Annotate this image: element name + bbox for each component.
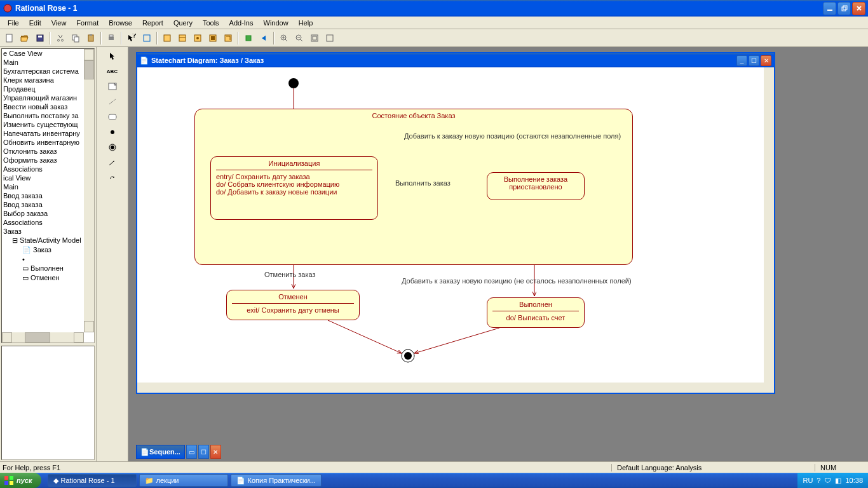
system-tray[interactable]: RU ? 🛡 ◧ 10:38 <box>797 473 868 488</box>
tree-item[interactable]: Изменить существующ <box>2 120 84 129</box>
tree-item[interactable]: • <box>2 255 84 264</box>
start-button[interactable]: пуск <box>0 473 41 488</box>
documentation-panel[interactable] <box>1 346 95 460</box>
menu-edit[interactable]: Edit <box>24 18 46 28</box>
tray-network-icon[interactable]: ◧ <box>835 477 841 485</box>
cut-icon[interactable] <box>53 31 67 45</box>
restore-button[interactable] <box>837 2 851 15</box>
minimize-button[interactable] <box>823 2 836 15</box>
diagram3-icon[interactable] <box>191 31 205 45</box>
minimized-window[interactable]: 📄 Sequen... ▭ ☐ ✕ <box>136 445 221 459</box>
diagram4-icon[interactable] <box>206 31 220 45</box>
copy-icon[interactable] <box>69 31 83 45</box>
child-titlebar[interactable]: 📄 Statechart Diagram: Заказ / Заказ _ ☐ … <box>137 53 774 67</box>
menu-format[interactable]: Format <box>71 18 104 28</box>
tree-vscrollbar[interactable] <box>84 49 94 332</box>
diagram-canvas[interactable]: Состояние объекта Заказ Инициализация en… <box>137 67 764 383</box>
menu-report[interactable]: Report <box>137 18 168 28</box>
tree-item[interactable]: ⊟ State/Activity Model <box>2 236 84 245</box>
scrollbar-thumb[interactable] <box>84 60 94 79</box>
nav-parent-icon[interactable] <box>241 31 255 45</box>
tray-lang[interactable]: RU <box>803 477 813 484</box>
taskbar-item[interactable]: 📁лекции <box>139 474 228 487</box>
menu-window[interactable]: Window <box>259 18 294 28</box>
menu-browse[interactable]: Browse <box>104 18 137 28</box>
child-maximize-button[interactable]: ☐ <box>749 55 759 66</box>
canvas-hscrollbar[interactable] <box>137 383 774 393</box>
zoom-in-icon[interactable] <box>277 31 291 45</box>
maximize-minimized-button[interactable]: ☐ <box>198 445 209 459</box>
tree-item[interactable]: Отклонить заказ <box>2 147 84 156</box>
menu-tools[interactable]: Tools <box>198 18 224 28</box>
paste-icon[interactable] <box>84 31 98 45</box>
tree-item[interactable]: Оформить заказ <box>2 156 84 165</box>
tree-item[interactable]: Associations <box>2 218 84 227</box>
save-icon[interactable] <box>33 31 47 45</box>
state-tool-icon[interactable] <box>105 111 120 123</box>
tree-content[interactable]: e Case View Main Бухгалтерская система К… <box>2 49 84 332</box>
close-minimized-button[interactable]: ✕ <box>210 445 221 459</box>
tree-hscrollbar[interactable] <box>2 332 84 342</box>
tree-item[interactable]: Клерк магазина <box>2 76 84 85</box>
transition-tool-icon[interactable] <box>105 156 120 169</box>
undo-fit-icon[interactable] <box>323 31 337 45</box>
scroll-right-button[interactable] <box>74 332 84 342</box>
nav-back-icon[interactable] <box>257 31 271 45</box>
scroll-track[interactable] <box>12 332 74 342</box>
note-tool-icon[interactable] <box>105 80 120 93</box>
tree-item[interactable]: Напечатать инвентарну <box>2 129 84 138</box>
restore-minimized-button[interactable]: ▭ <box>186 445 197 459</box>
print-icon[interactable] <box>104 31 118 45</box>
tray-clock[interactable]: 10:38 <box>845 477 863 484</box>
menu-file[interactable]: File <box>3 18 24 28</box>
tree-item[interactable]: Обновить инвентарную <box>2 138 84 147</box>
diagram1-icon[interactable] <box>160 31 174 45</box>
open-icon[interactable] <box>18 31 32 45</box>
tree-item[interactable]: Main <box>2 182 84 191</box>
state-paused[interactable]: Выполнение заказа приостановлено <box>487 172 585 200</box>
self-transition-tool-icon[interactable] <box>105 172 120 184</box>
new-icon[interactable] <box>3 31 17 45</box>
fit-window-icon[interactable] <box>308 31 322 45</box>
help-cursor-icon[interactable]: ? <box>125 31 139 45</box>
tree-item[interactable]: Бухгалтерская система <box>2 67 84 76</box>
menu-help[interactable]: Help <box>294 18 318 28</box>
tray-shield-icon[interactable]: 🛡 <box>824 477 831 484</box>
tree-item[interactable]: Ввести новый заказ <box>2 102 84 111</box>
close-button[interactable] <box>852 2 865 15</box>
end-state-tool-icon[interactable] <box>105 141 120 154</box>
tree-item[interactable]: Выбор заказа <box>2 209 84 218</box>
start-state-tool-icon[interactable] <box>105 126 120 139</box>
tree-item[interactable]: Управляющий магазин <box>2 93 84 102</box>
tree-item[interactable]: ▭ Отменен <box>2 273 84 283</box>
state-cancelled[interactable]: Отменен exit/ Сохранить дату отмены <box>226 290 360 320</box>
tree-item[interactable]: 📄 Заказ <box>2 245 84 255</box>
tree-item[interactable]: ical View <box>2 173 84 182</box>
menu-query[interactable]: Query <box>168 18 198 28</box>
diagram2-icon[interactable] <box>175 31 189 45</box>
tree-item[interactable]: Main <box>2 58 84 67</box>
tree-item[interactable]: Ввод заказа <box>2 191 84 200</box>
minimized-title[interactable]: 📄 Sequen... <box>136 445 185 459</box>
menu-view[interactable]: View <box>46 18 72 28</box>
tree-item[interactable]: Ввод заказа <box>2 200 84 209</box>
select-tool-icon[interactable] <box>105 50 120 62</box>
tree-item[interactable]: Associations <box>2 165 84 173</box>
child-minimize-button[interactable]: _ <box>736 55 747 66</box>
taskbar-item[interactable]: ◆Rational Rose - 1 <box>48 474 137 487</box>
tree-item[interactable]: Заказ <box>2 227 84 236</box>
taskbar-item[interactable]: 📄Копия Практически... <box>231 474 322 487</box>
browse-class-icon[interactable] <box>140 31 154 45</box>
scroll-left-button[interactable] <box>2 332 12 342</box>
zoom-out-icon[interactable] <box>292 31 306 45</box>
scrollbar-thumb[interactable] <box>25 332 50 342</box>
state-initialization[interactable]: Инициализация entry/ Сохранить дату зака… <box>210 156 378 220</box>
text-tool-icon[interactable]: ABC <box>105 65 120 78</box>
canvas-vscrollbar[interactable] <box>764 67 774 383</box>
tray-help-icon[interactable]: ? <box>817 477 820 484</box>
state-done[interactable]: Выполнен do/ Выписать счет <box>487 297 585 328</box>
child-close-button[interactable]: ✕ <box>761 55 771 66</box>
menu-addins[interactable]: Add-Ins <box>224 18 259 28</box>
tree-item[interactable]: ▭ Выполнен <box>2 264 84 273</box>
anchor-tool-icon[interactable] <box>105 95 120 108</box>
